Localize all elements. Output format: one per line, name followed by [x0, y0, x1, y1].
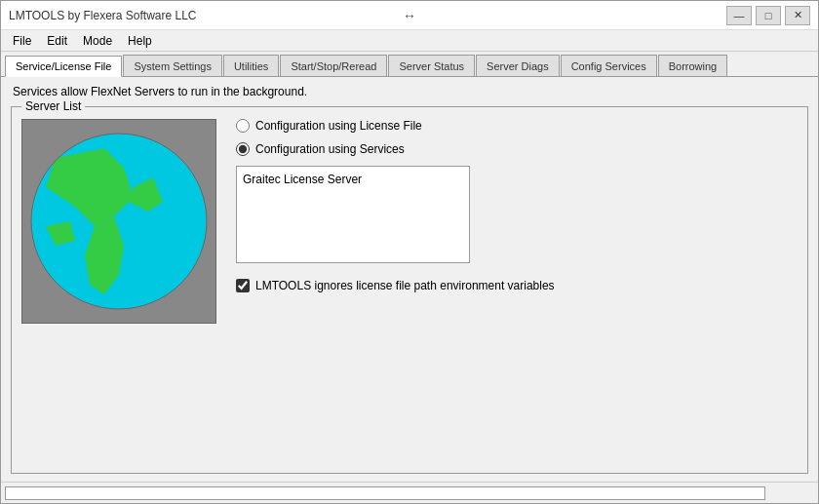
server-list-inner: Configuration using License File Configu…	[21, 119, 798, 324]
main-content: Services allow FlexNet Servers to run in…	[1, 77, 818, 482]
tab-bar: Service/License FileSystem SettingsUtili…	[1, 52, 818, 77]
tab-service-license-file[interactable]: Service/License File	[5, 56, 122, 77]
tab-start-stop-reread[interactable]: Start/Stop/Reread	[280, 55, 387, 76]
checkbox-ignore-path[interactable]	[236, 279, 250, 292]
radio-license-file-label: Configuration using License File	[255, 119, 422, 133]
checkbox-row: LMTOOLS ignores license file path enviro…	[236, 279, 798, 292]
radio-license-file[interactable]	[236, 119, 250, 133]
license-server-listbox[interactable]: Graitec License Server	[236, 166, 470, 263]
minimize-button[interactable]: —	[726, 6, 752, 25]
tab-system-settings[interactable]: System Settings	[123, 55, 221, 76]
radio-services-row: Configuration using Services	[236, 142, 798, 156]
close-button[interactable]: ✕	[785, 6, 810, 25]
listbox-item[interactable]: Graitec License Server	[241, 171, 465, 188]
maximize-button[interactable]: □	[756, 6, 781, 25]
menu-item-file[interactable]: File	[5, 32, 39, 50]
radio-license-file-row: Configuration using License File	[236, 119, 798, 133]
radio-services-label: Configuration using Services	[255, 142, 405, 156]
title-text: LMTOOLS by Flexera Software LLC	[9, 9, 197, 22]
tab-utilities[interactable]: Utilities	[223, 55, 279, 76]
status-progress-bar	[5, 486, 765, 500]
server-list-legend: Server List	[21, 99, 85, 113]
description-text: Services allow FlexNet Servers to run in…	[11, 85, 808, 98]
tab-borrowing[interactable]: Borrowing	[658, 55, 728, 76]
right-panel: Configuration using License File Configu…	[236, 119, 798, 292]
radio-services[interactable]	[236, 142, 250, 156]
title-arrows: ↔	[403, 8, 416, 23]
title-controls: — □ ✕	[726, 6, 810, 25]
checkbox-ignore-path-label: LMTOOLS ignores license file path enviro…	[255, 279, 555, 292]
tab-server-status[interactable]: Server Status	[388, 55, 475, 76]
menu-item-mode[interactable]: Mode	[75, 32, 120, 50]
server-list-group: Server List	[11, 106, 808, 474]
tab-server-diags[interactable]: Server Diags	[476, 55, 560, 76]
tab-config-services[interactable]: Config Services	[561, 55, 657, 76]
menu-bar: FileEditModeHelp	[1, 30, 818, 52]
globe-image	[21, 119, 216, 324]
menu-item-edit[interactable]: Edit	[39, 32, 75, 50]
status-bar	[1, 482, 818, 503]
menu-item-help[interactable]: Help	[120, 32, 160, 50]
title-bar: LMTOOLS by Flexera Software LLC ↔ — □ ✕	[1, 1, 818, 30]
